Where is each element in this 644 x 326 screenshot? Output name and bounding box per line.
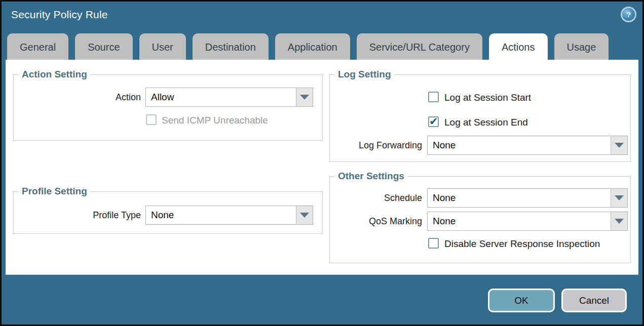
chevron-down-icon [300, 95, 309, 100]
qos-marking-dropdown-value: None [428, 212, 611, 230]
disable-server-response-inspection-label: Disable Server Response Inspection [444, 238, 600, 250]
schedule-dropdown-value: None [428, 189, 611, 207]
send-icmp-unreachable-checkbox[interactable] [146, 114, 157, 125]
chevron-down-icon [615, 143, 624, 148]
log-forwarding-label: Log Forwarding [332, 140, 422, 151]
ok-button[interactable]: OK [488, 289, 555, 312]
action-dropdown-arrow-button[interactable] [296, 88, 313, 106]
tab-service-url-category[interactable]: Service/URL Category [357, 33, 482, 60]
schedule-label: Schedule [332, 193, 422, 203]
tab-usage[interactable]: Usage [554, 33, 609, 60]
schedule-dropdown-arrow-button[interactable] [611, 189, 627, 207]
schedule-dropdown[interactable]: None [427, 188, 628, 208]
cancel-button[interactable]: Cancel [561, 289, 627, 312]
tab-source[interactable]: Source [75, 33, 132, 60]
log-forwarding-dropdown[interactable]: None [427, 136, 628, 155]
log-forwarding-dropdown-arrow-button[interactable] [611, 136, 627, 154]
security-policy-rule-dialog: Security Policy Rule ? General Source Us… [0, 0, 644, 326]
actions-tab-panel: Action Setting Profile Setting Log Setti… [6, 60, 638, 275]
profile-type-label: Profile Type [56, 210, 141, 221]
tab-destination[interactable]: Destination [193, 33, 269, 60]
qos-marking-dropdown[interactable]: None [427, 212, 628, 231]
qos-marking-label: QoS Marking [332, 216, 422, 227]
tab-general[interactable]: General [7, 33, 68, 60]
action-setting-group: Action Setting [13, 74, 323, 141]
chevron-down-icon [615, 195, 624, 200]
other-settings-legend: Other Settings [334, 171, 408, 182]
send-icmp-unreachable-label: Send ICMP Unreachable [162, 115, 268, 126]
disable-server-response-inspection-checkbox[interactable] [428, 238, 439, 249]
qos-marking-dropdown-arrow-button[interactable] [611, 212, 627, 230]
tab-actions[interactable]: Actions [489, 33, 548, 60]
profile-type-dropdown-value: None [146, 206, 296, 224]
log-forwarding-dropdown-value: None [428, 136, 611, 154]
action-dropdown[interactable]: Allow [145, 88, 313, 107]
log-at-session-end-label: Log at Session End [444, 117, 528, 128]
tab-application[interactable]: Application [275, 33, 350, 60]
log-at-session-start-label: Log at Session Start [444, 92, 531, 103]
profile-type-dropdown[interactable]: None [145, 206, 313, 225]
profile-type-dropdown-arrow-button[interactable] [296, 206, 313, 224]
tab-user[interactable]: User [139, 33, 186, 60]
dialog-title: Security Policy Rule [11, 9, 108, 21]
log-at-session-start-checkbox[interactable] [428, 92, 439, 102]
log-setting-legend: Log Setting [334, 69, 394, 80]
profile-setting-legend: Profile Setting [18, 186, 91, 197]
log-at-session-end-checkbox[interactable] [428, 116, 439, 127]
tab-bar: General Source User Destination Applicat… [7, 33, 609, 60]
chevron-down-icon [615, 219, 624, 224]
action-label: Action [56, 92, 141, 103]
help-icon[interactable]: ? [622, 8, 635, 21]
action-dropdown-value: Allow [146, 88, 296, 106]
chevron-down-icon [300, 213, 309, 218]
action-setting-legend: Action Setting [18, 69, 91, 80]
